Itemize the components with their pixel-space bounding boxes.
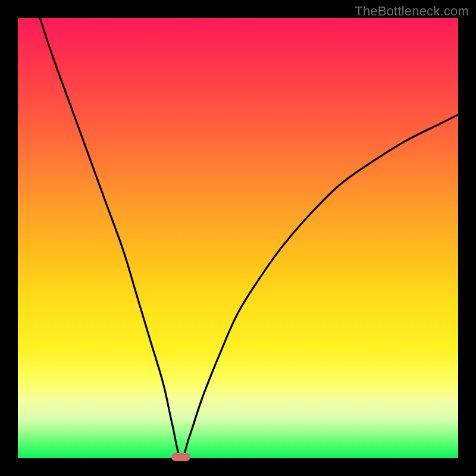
watermark-text: TheBottleneck.com (355, 4, 469, 19)
bottleneck-marker (171, 453, 190, 461)
bottleneck-curve (18, 18, 458, 458)
chart-frame: TheBottleneck.com (0, 0, 476, 476)
plot-area (18, 18, 458, 458)
